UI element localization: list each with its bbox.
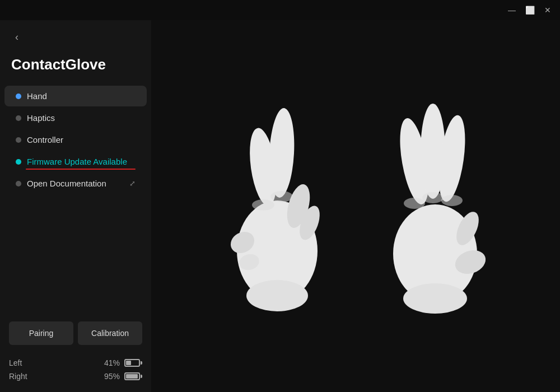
- battery-left-percent: 41%: [100, 358, 120, 367]
- sidebar-item-docs[interactable]: Open Documentation ⤢: [4, 173, 147, 194]
- battery-left-icon: [124, 359, 142, 367]
- bottom-buttons: Pairing Calibration: [0, 315, 151, 352]
- firmware-underline: [26, 169, 136, 170]
- title-bar: — ⬜ ✕: [0, 0, 560, 20]
- nav-list: Hand Haptics Controller Firmware Update …: [0, 85, 151, 315]
- svg-point-8: [252, 199, 274, 211]
- right-hand-svg: [372, 88, 496, 324]
- app-title: ContactGlove: [0, 52, 151, 85]
- back-button[interactable]: ‹: [7, 27, 27, 47]
- hand-dot-icon: [16, 94, 21, 99]
- pairing-button[interactable]: Pairing: [9, 321, 73, 345]
- right-hand: [372, 88, 496, 324]
- sidebar-label-haptics: Haptics: [27, 113, 55, 123]
- battery-left-body: [124, 359, 140, 367]
- battery-right-label: Right: [9, 372, 27, 381]
- sidebar-item-firmware[interactable]: Firmware Update Available: [4, 151, 147, 172]
- docs-left: Open Documentation: [16, 179, 106, 188]
- battery-left-label: Left: [9, 358, 22, 367]
- battery-right-right: 95%: [100, 372, 142, 381]
- battery-right-fill: [126, 374, 138, 379]
- sidebar-label-controller: Controller: [27, 135, 63, 144]
- docs-dot-icon: [16, 181, 21, 186]
- maximize-button[interactable]: ⬜: [522, 2, 538, 18]
- battery-right-icon: [124, 372, 142, 380]
- battery-left-tip: [141, 361, 142, 365]
- battery-section: Left 41% Right 95%: [0, 352, 151, 392]
- svg-point-19: [441, 195, 463, 206]
- svg-point-9: [270, 191, 293, 202]
- battery-left-fill: [126, 361, 131, 365]
- window-controls: — ⬜ ✕: [504, 2, 556, 18]
- calibration-button[interactable]: Calibration: [78, 321, 142, 345]
- haptics-dot-icon: [16, 115, 21, 121]
- battery-left-right: 41%: [100, 358, 142, 367]
- battery-right-tip: [141, 375, 142, 378]
- battery-row-right: Right 95%: [9, 370, 142, 383]
- sidebar: ‹ ContactGlove Hand Haptics Controller F…: [0, 0, 151, 392]
- minimize-button[interactable]: —: [504, 2, 520, 18]
- hands-container: [151, 20, 560, 392]
- sidebar-label-firmware: Firmware Update Available: [27, 157, 127, 166]
- battery-right-body: [124, 372, 140, 380]
- close-button[interactable]: ✕: [540, 2, 556, 18]
- svg-point-18: [422, 192, 444, 203]
- svg-point-16: [403, 283, 467, 314]
- sidebar-item-haptics[interactable]: Haptics: [4, 108, 147, 128]
- controller-dot-icon: [16, 137, 21, 143]
- main-content: [151, 20, 560, 392]
- svg-point-7: [246, 280, 308, 311]
- battery-row-left: Left 41%: [9, 356, 142, 370]
- left-hand: [216, 88, 339, 324]
- sidebar-label-docs: Open Documentation: [27, 179, 106, 188]
- sidebar-item-hand[interactable]: Hand: [4, 86, 147, 106]
- battery-right-percent: 95%: [100, 372, 120, 381]
- external-link-icon: ⤢: [129, 179, 136, 188]
- sidebar-item-controller[interactable]: Controller: [4, 129, 147, 150]
- svg-point-17: [404, 198, 425, 209]
- firmware-dot-icon: [16, 159, 21, 165]
- sidebar-label-hand: Hand: [27, 91, 47, 101]
- left-hand-svg: [216, 88, 339, 324]
